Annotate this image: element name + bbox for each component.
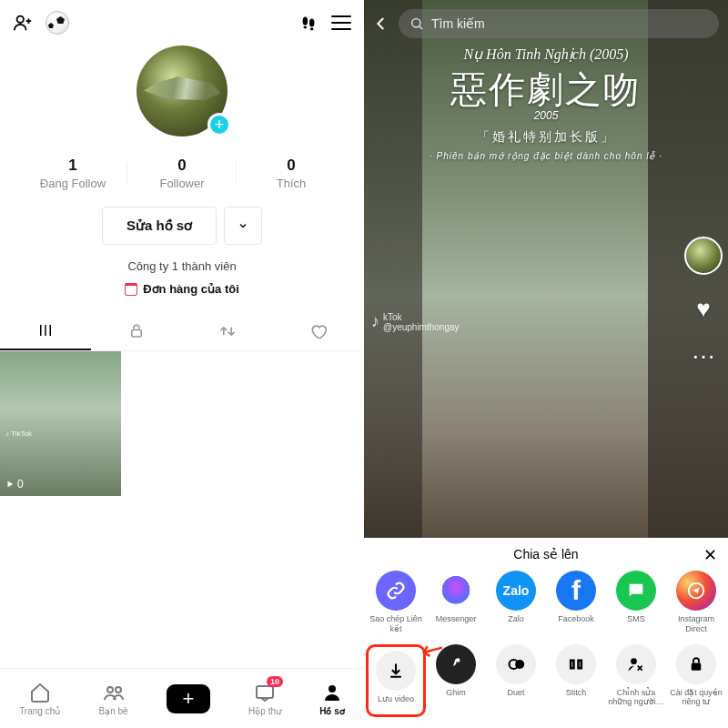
action-privacy[interactable]: Cài đặt quyền riêng tư [666,644,726,717]
video-top-bar: Tìm kiếm [373,9,719,38]
svg-rect-5 [132,330,142,338]
duet-icon [496,644,536,684]
video-grid: ♪ TikTok 0 [0,351,364,496]
account-switch-avatar[interactable] [46,11,69,35]
zalo-icon: Zalo [496,571,536,611]
edit-row: Sửa hồ sơ [0,207,364,245]
back-button[interactable] [373,15,389,32]
nav-friends[interactable]: Bạn bè [98,682,127,716]
stat-following[interactable]: 1 Đang Follow [18,157,127,190]
orders-link[interactable]: Đơn hàng của tôi [0,282,364,296]
tiktok-watermark: ♪ TikTok [5,430,32,438]
share-row-actions: Lưu video ↙ Ghim Duet Stitch Chỉnh sửa n… [364,644,728,717]
share-messenger[interactable]: Messenger [426,571,486,633]
sheet-close-button[interactable]: ✕ [703,545,717,565]
stitch-icon [556,644,596,684]
edit-profile-button[interactable]: Sửa hồ sơ [102,207,217,245]
side-action-rail: ♥ ⋯ [684,237,723,371]
stat-value: 0 [127,157,237,175]
svg-point-1 [303,17,308,25]
messenger-icon [436,571,476,611]
overlay-year: 2005 [364,109,728,122]
overlay-line1: Nụ Hôn Tinh Nghịch (2005) [364,46,728,63]
svg-point-12 [456,658,460,662]
share-row-apps: Sao chép Liên kết Messenger Zalo Zalo f … [364,571,728,633]
author-avatar[interactable] [684,237,723,275]
svg-point-7 [116,687,121,693]
top-bar [0,0,364,40]
stat-value: 1 [18,157,127,175]
hamburger-menu-icon[interactable] [331,15,351,30]
profile-icon [321,682,343,703]
action-pin[interactable]: Ghim [426,644,486,717]
profile-screen: + 1 Đang Follow 0 Follower 0 Thích Sửa h… [0,0,364,728]
share-zalo[interactable]: Zalo Zalo [486,571,546,633]
instagram-icon [676,571,716,611]
svg-rect-8 [257,686,273,698]
tab-liked[interactable] [273,312,364,350]
avatar-area: + [0,46,364,136]
inbox-icon: 10 [254,682,276,703]
bag-icon [125,283,137,296]
edit-people-icon [616,644,656,684]
inbox-badge: 10 [267,676,283,687]
pin-icon [436,644,476,684]
stat-label: Follower [127,177,237,190]
stat-label: Thích [237,177,346,190]
nav-inbox[interactable]: 10 Hộp thư [248,682,281,716]
add-avatar-button[interactable]: + [207,113,231,136]
link-icon [376,571,416,611]
overlay-line3: 「婚礼特别加长版」 [364,129,728,146]
tab-private[interactable] [91,312,182,350]
svg-point-10 [412,19,420,27]
facebook-icon: f [556,571,596,611]
orders-label: Đơn hàng của tôi [143,282,239,296]
svg-point-0 [17,16,24,23]
stat-value: 0 [237,157,346,175]
action-stitch[interactable]: Stitch [546,644,606,717]
action-duet[interactable]: Duet [486,644,546,717]
svg-point-14 [515,660,524,669]
nav-home[interactable]: Trang chủ [19,682,60,716]
svg-point-2 [304,26,308,29]
action-edit-people[interactable]: Chỉnh sửa những người… [606,644,666,717]
svg-point-3 [309,18,315,26]
overlay-line4: · Phiên bản mở rộng đặc biệt dành cho hô… [364,151,728,161]
download-icon [376,651,416,691]
svg-point-6 [107,687,113,693]
share-instagram-direct[interactable]: Instagram Direct [666,571,726,633]
search-placeholder: Tìm kiếm [431,16,485,31]
footprint-icon[interactable] [298,13,318,33]
svg-point-15 [631,658,637,664]
profile-tabs [0,312,364,351]
share-copy-link[interactable]: Sao chép Liên kết [366,571,426,633]
friends-icon [103,682,125,703]
nav-profile[interactable]: Hồ sơ [319,682,345,716]
search-bar[interactable]: Tìm kiếm [399,9,719,38]
search-icon [410,16,424,31]
tab-reposts[interactable] [182,312,273,350]
share-sms[interactable]: SMS [606,571,666,633]
svg-point-4 [310,28,314,31]
stat-label: Đang Follow [18,177,127,190]
like-button[interactable]: ♥ [696,295,710,323]
bottom-nav: Trang chủ Bạn bè + 10 Hộp thư Hồ sơ [0,668,364,728]
action-save-video[interactable]: Lưu video [366,644,426,717]
svg-point-9 [329,685,336,693]
stat-likes[interactable]: 0 Thích [237,157,346,190]
suggest-users-button[interactable] [224,207,262,245]
stats-row: 1 Đang Follow 0 Follower 0 Thích [0,157,364,190]
share-sheet: Chia sẻ lên ✕ Sao chép Liên kết Messenge… [364,538,728,728]
video-overlay-text: Nụ Hôn Tinh Nghịch (2005) 惡作劇之吻 2005 「婚礼… [364,46,728,161]
add-friend-icon[interactable] [13,13,33,33]
tiktok-watermark: ♪ kTok@yeuphimthongay [371,312,460,332]
stat-followers[interactable]: 0 Follower [127,157,237,190]
video-thumb[interactable]: ♪ TikTok 0 [0,351,121,496]
lock-icon [676,644,716,684]
nav-create-button[interactable]: + [167,684,210,713]
comment-button[interactable]: ⋯ [692,343,715,371]
overlay-line2: 惡作劇之吻 [364,65,728,115]
video-player[interactable]: Tìm kiếm Nụ Hôn Tinh Nghịch (2005) 惡作劇之吻… [364,0,728,538]
share-facebook[interactable]: f Facebook [546,571,606,633]
tab-posts[interactable] [0,312,91,350]
